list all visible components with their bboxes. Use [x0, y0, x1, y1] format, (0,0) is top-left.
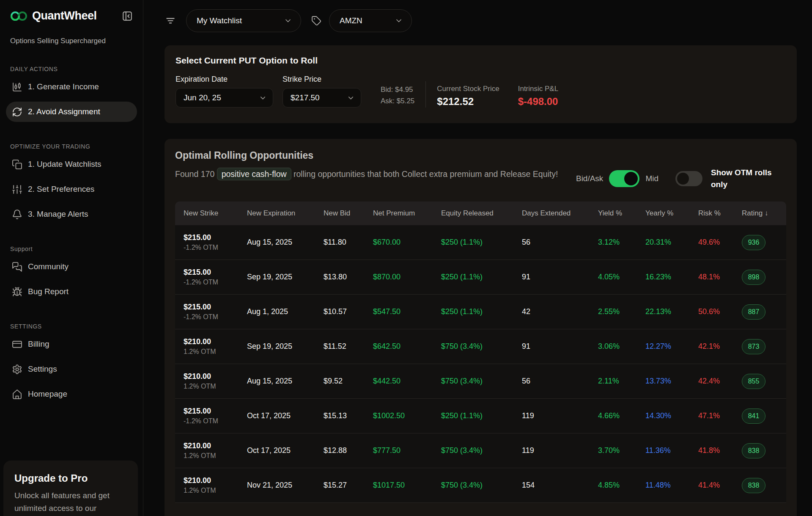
yearly-percent-cell: 13.73%	[645, 377, 698, 386]
upgrade-title: Upgrade to Pro	[14, 472, 127, 484]
expiration-date-select[interactable]: Jun 20, 25	[176, 88, 273, 108]
new-expiration-cell: Sep 19, 2025	[247, 273, 324, 281]
sidebar-item-bug-report[interactable]: Bug Report	[6, 281, 137, 302]
watchlist-select[interactable]: My Watchlist	[186, 9, 301, 32]
equity-released-cell: $750 (3.4%)	[441, 377, 522, 386]
days-extended-cell: 91	[522, 342, 598, 351]
days-extended-cell: 91	[522, 273, 598, 281]
column-header-yearly[interactable]: Yearly %	[645, 209, 698, 218]
chevron-down-icon	[284, 17, 292, 25]
new-bid-cell: $9.52	[324, 377, 373, 386]
equity-released-cell: $250 (1.1%)	[441, 411, 522, 420]
chat-bubbles-icon	[11, 262, 23, 272]
equity-released-cell: $250 (1.1%)	[441, 273, 522, 281]
tag-icon	[311, 16, 321, 26]
days-extended-cell: 119	[522, 411, 598, 420]
net-premium-cell: $777.50	[373, 446, 441, 455]
new-strike-cell: $215.00 -1.2% OTM	[184, 303, 247, 321]
sidebar-item-label: Community	[28, 262, 69, 271]
sidebar-item-update-watchlists[interactable]: 1. Update Watchlists	[6, 154, 137, 174]
new-strike-cell: $210.00 1.2% OTM	[184, 441, 247, 460]
sidebar-item-set-preferences[interactable]: 2. Set Preferences	[6, 179, 137, 199]
risk-percent-cell: 48.1%	[698, 273, 742, 281]
chevron-down-icon	[347, 94, 355, 102]
expiration-date-label: Expiration Date	[176, 75, 273, 84]
sidebar-item-label: 2. Avoid Assignment	[28, 107, 100, 116]
sidebar-item-manage-alerts[interactable]: 3. Manage Alerts	[6, 204, 137, 224]
net-premium-cell: $670.00	[373, 238, 441, 247]
new-expiration-cell: Aug 15, 2025	[247, 238, 324, 247]
strike-price-select[interactable]: $217.50	[283, 88, 361, 108]
sidebar-item-settings[interactable]: Settings	[6, 359, 137, 379]
table-row[interactable]: $210.00 1.2% OTM Aug 15, 2025 $9.52 $442…	[175, 364, 786, 399]
opportunities-table: New Strike New Expiration New Bid Net Pr…	[175, 201, 786, 503]
table-row[interactable]: $210.00 1.2% OTM Nov 21, 2025 $15.27 $10…	[175, 468, 786, 503]
expiration-date-value: Jun 20, 25	[184, 93, 221, 102]
column-header-risk[interactable]: Risk %	[698, 209, 742, 218]
bid-ask-mid-toggle[interactable]	[609, 170, 639, 187]
positive-cash-flow-chip: positive cash-flow	[217, 168, 291, 180]
bid-value: Bid: $4.95	[381, 84, 414, 95]
otm-percent: 1.2% OTM	[184, 383, 247, 390]
sidebar-item-community[interactable]: Community	[6, 257, 137, 277]
table-row[interactable]: $215.00 -1.2% OTM Aug 15, 2025 $11.80 $6…	[175, 225, 786, 260]
sidebar-item-generate-income[interactable]: 1. Generate Income	[6, 77, 137, 97]
sidebar-item-label: 1. Update Watchlists	[28, 160, 102, 169]
table-row[interactable]: $210.00 1.2% OTM Sep 19, 2025 $11.52 $64…	[175, 329, 786, 364]
yearly-percent-cell: 14.30%	[645, 411, 698, 420]
refresh-icon	[11, 107, 23, 117]
new-expiration-cell: Nov 21, 2025	[247, 481, 324, 490]
sidebar-item-label: Billing	[28, 339, 49, 349]
new-bid-cell: $10.57	[324, 307, 373, 316]
intrinsic-pnl-label: Intrinsic P&L	[518, 85, 558, 93]
sidebar-item-avoid-assignment[interactable]: 2. Avoid Assignment	[6, 102, 137, 122]
toggle-knob	[677, 173, 689, 185]
new-expiration-cell: Aug 15, 2025	[247, 377, 324, 386]
otm-percent: -1.2% OTM	[184, 313, 247, 321]
divider	[425, 81, 426, 108]
rating-cell: 873	[742, 339, 795, 354]
filter-icon[interactable]	[165, 15, 176, 26]
column-header-yield[interactable]: Yield %	[598, 209, 645, 218]
rating-cell: 887	[742, 304, 795, 320]
equity-released-cell: $750 (3.4%)	[441, 342, 522, 351]
table-row[interactable]: $215.00 -1.2% OTM Aug 1, 2025 $10.57 $54…	[175, 295, 786, 329]
column-header-new-bid[interactable]: New Bid	[324, 209, 373, 218]
strike-value: $215.00	[184, 407, 247, 416]
risk-percent-cell: 42.4%	[698, 377, 742, 386]
column-header-rating[interactable]: Rating ↓	[742, 209, 795, 218]
table-row[interactable]: $215.00 -1.2% OTM Oct 17, 2025 $15.13 $1…	[175, 399, 786, 433]
new-bid-cell: $15.27	[324, 481, 373, 490]
show-otm-rolls-toggle[interactable]	[675, 171, 702, 186]
column-header-equity-released[interactable]: Equity Released	[441, 209, 522, 218]
collapse-sidebar-icon[interactable]	[122, 11, 133, 22]
subtitle-suffix: rolling opportunities that both Collect …	[294, 169, 558, 179]
bell-icon	[11, 209, 23, 220]
column-header-new-expiration[interactable]: New Expiration	[247, 209, 324, 218]
ticker-select[interactable]: AMZN	[329, 9, 412, 32]
sidebar-item-label: Bug Report	[28, 287, 69, 296]
ask-value: Ask: $5.25	[381, 96, 414, 107]
logo-row: QuantWheel	[10, 9, 133, 22]
net-premium-cell: $870.00	[373, 273, 441, 281]
section-title-optimize: OPTIMIZE YOUR TRADING	[10, 143, 133, 150]
strike-value: $210.00	[184, 476, 247, 485]
table-row[interactable]: $210.00 1.2% OTM Oct 17, 2025 $12.88 $77…	[175, 433, 786, 468]
yield-percent-cell: 4.85%	[598, 481, 645, 490]
risk-percent-cell: 47.1%	[698, 411, 742, 420]
sidebar-item-homepage[interactable]: Homepage	[6, 384, 137, 404]
sliders-icon	[11, 184, 23, 195]
column-header-new-strike[interactable]: New Strike	[184, 209, 247, 218]
column-header-net-premium[interactable]: Net Premium	[373, 209, 441, 218]
upgrade-to-pro-card[interactable]: Upgrade to Pro Unlock all features and g…	[3, 461, 138, 516]
credit-card-icon	[11, 339, 23, 350]
risk-percent-cell: 50.6%	[698, 307, 742, 316]
equity-released-cell: $250 (1.1%)	[441, 238, 522, 247]
yearly-percent-cell: 20.31%	[645, 238, 698, 247]
sidebar-item-billing[interactable]: Billing	[6, 334, 137, 354]
table-row[interactable]: $215.00 -1.2% OTM Sep 19, 2025 $13.80 $8…	[175, 260, 786, 295]
otm-percent: 1.2% OTM	[184, 487, 247, 494]
stock-price-value: $212.52	[437, 96, 499, 108]
bid-ask-info: Bid: $4.95 Ask: $5.25	[381, 84, 414, 107]
column-header-days-extended[interactable]: Days Extended	[522, 209, 598, 218]
